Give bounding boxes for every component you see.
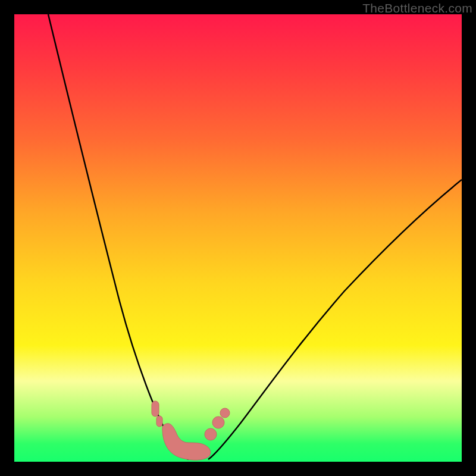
marker-trough-blob <box>162 424 211 461</box>
outer-frame: TheBottleneck.com <box>0 0 476 476</box>
right-curve <box>208 180 462 459</box>
marker-right-1 <box>205 428 217 440</box>
marker-left-2 <box>156 416 162 427</box>
curve-layer <box>14 14 462 462</box>
marker-right-3 <box>220 408 230 418</box>
plot-area <box>14 14 462 462</box>
marker-left-1 <box>152 401 159 416</box>
marker-right-2 <box>212 416 224 428</box>
left-curve <box>48 14 189 459</box>
watermark-text: TheBottleneck.com <box>362 1 472 15</box>
